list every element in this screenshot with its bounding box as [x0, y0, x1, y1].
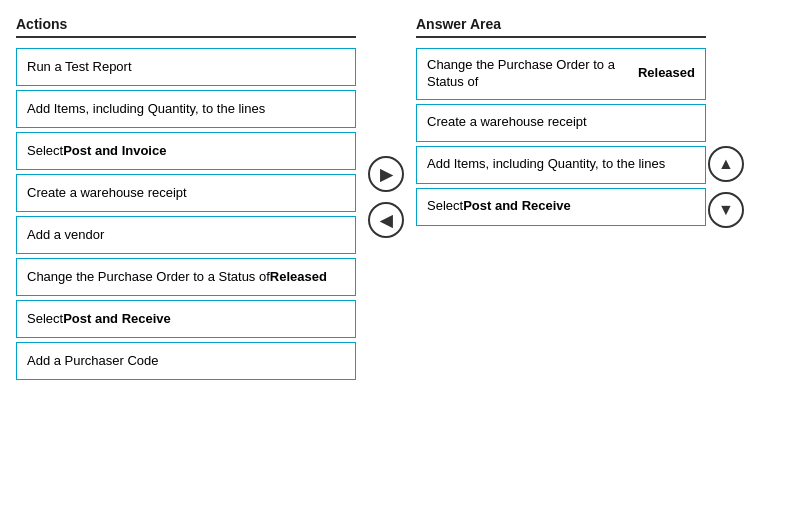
actions-item-create-warehouse-receipt[interactable]: Create a warehouse receipt: [16, 174, 356, 212]
move-down-button[interactable]: ▼: [708, 192, 744, 228]
answer-title: Answer Area: [416, 16, 706, 38]
answer-item-add-items[interactable]: Add Items, including Quantity, to the li…: [416, 146, 706, 184]
actions-item-run-test-report[interactable]: Run a Test Report: [16, 48, 356, 86]
actions-item-change-status-released[interactable]: Change the Purchase Order to a Status of…: [16, 258, 356, 296]
actions-item-add-items[interactable]: Add Items, including Quantity, to the li…: [16, 90, 356, 128]
middle-buttons: ▶ ◀: [356, 16, 416, 238]
actions-item-add-vendor[interactable]: Add a vendor: [16, 216, 356, 254]
actions-item-add-purchaser-code[interactable]: Add a Purchaser Code: [16, 342, 356, 380]
answer-item-change-status-released[interactable]: Change the Purchase Order to a Status of…: [416, 48, 706, 100]
move-right-button[interactable]: ▶: [368, 156, 404, 192]
move-up-button[interactable]: ▲: [708, 146, 744, 182]
arrow-buttons: ▲ ▼: [706, 16, 746, 228]
actions-item-select-post-invoice[interactable]: Select Post and Invoice: [16, 132, 356, 170]
actions-column: Actions Run a Test Report Add Items, inc…: [16, 16, 356, 384]
move-left-button[interactable]: ◀: [368, 202, 404, 238]
actions-title: Actions: [16, 16, 356, 38]
actions-item-select-post-receive[interactable]: Select Post and Receive: [16, 300, 356, 338]
answer-column: Answer Area Change the Purchase Order to…: [416, 16, 706, 230]
main-layout: Actions Run a Test Report Add Items, inc…: [16, 16, 777, 384]
answer-section: Answer Area Change the Purchase Order to…: [416, 16, 746, 230]
answer-item-create-warehouse-receipt[interactable]: Create a warehouse receipt: [416, 104, 706, 142]
answer-item-select-post-receive[interactable]: Select Post and Receive: [416, 188, 706, 226]
